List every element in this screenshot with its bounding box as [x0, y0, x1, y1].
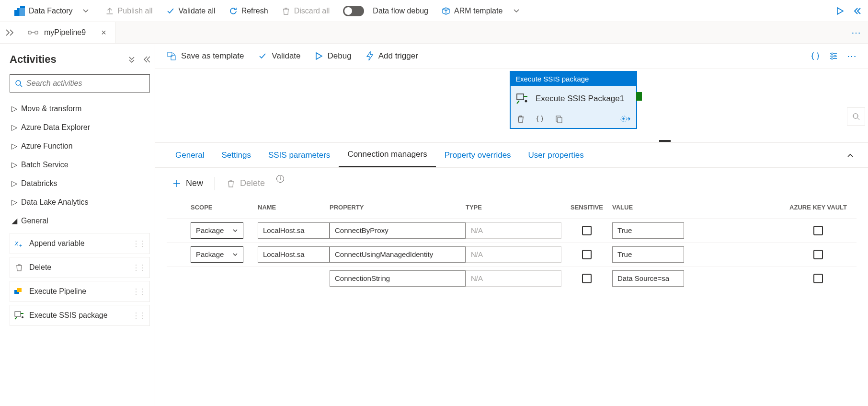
add-output-icon[interactable] [620, 115, 630, 123]
table-row: ConnectionString N/A Data Source=sa [167, 266, 857, 290]
sensitive-checkbox[interactable] [582, 250, 592, 259]
validate-all-button[interactable]: Validate all [160, 0, 222, 22]
delete-button[interactable]: Delete [221, 175, 271, 191]
value-input[interactable]: True [612, 246, 684, 263]
node-execute-ssis-package[interactable]: Execute SSIS package Execute SSIS Packag… [510, 71, 637, 129]
trash-icon [14, 262, 24, 273]
property-input[interactable]: ConnectByProxy [330, 222, 466, 239]
activity-execute-ssis-package[interactable]: Execute SSIS package ⋮⋮ [10, 305, 150, 326]
publish-all-button[interactable]: Publish all [99, 0, 160, 22]
activities-search[interactable] [10, 74, 150, 93]
svg-point-17 [831, 58, 833, 59]
svg-rect-4 [28, 31, 31, 34]
json-icon[interactable] [536, 115, 544, 123]
copy-icon[interactable] [555, 115, 563, 123]
pipeline-canvas[interactable]: Execute SSIS package Execute SSIS Packag… [155, 69, 868, 143]
tab-connection-managers[interactable]: Connection managers [339, 143, 435, 167]
akv-checkbox[interactable] [813, 274, 823, 283]
refresh-button[interactable]: Refresh [222, 0, 275, 22]
scope-select[interactable]: Package [191, 222, 243, 239]
property-input[interactable]: ConnectUsingManagedIdentity [330, 246, 466, 263]
akv-checkbox[interactable] [813, 226, 823, 235]
category-azure-function[interactable]: ▷Azure Function [10, 137, 150, 155]
table-row: Package LocalHost.sa ConnectByProxy N/A … [167, 218, 857, 242]
type-input[interactable]: N/A [466, 246, 561, 263]
tab-settings[interactable]: Settings [213, 143, 259, 167]
type-input[interactable]: N/A [466, 270, 561, 287]
value-input[interactable]: Data Source=sa [612, 270, 684, 287]
sensitive-checkbox[interactable] [582, 274, 592, 283]
validate-button[interactable]: Validate [258, 51, 300, 61]
type-input[interactable]: N/A [466, 222, 561, 239]
activity-append-variable[interactable]: x+ Append variable ⋮⋮ [10, 233, 150, 254]
activities-panel: Activities ▷Move & transform ▷Azure Data… [0, 44, 155, 406]
trash-icon [227, 179, 235, 188]
akv-checkbox[interactable] [813, 250, 823, 259]
svg-text:+: + [19, 243, 22, 248]
check-icon [258, 52, 267, 60]
json-icon[interactable] [811, 51, 820, 61]
new-button[interactable]: New [167, 175, 209, 191]
lightning-icon [366, 51, 374, 61]
category-databricks[interactable]: ▷Databricks [10, 174, 150, 193]
cube-icon [442, 7, 450, 15]
tab-user-properties[interactable]: User properties [520, 143, 593, 167]
canvas-search-button[interactable] [847, 107, 865, 126]
triangle-down-icon: ◢ [11, 216, 16, 225]
arm-template-button[interactable]: ARM template [435, 0, 526, 22]
tab-property-overrides[interactable]: Property overrides [436, 143, 520, 167]
more-icon[interactable]: ⋯ [847, 50, 857, 62]
trash-icon[interactable] [516, 115, 525, 123]
value-input[interactable]: True [612, 222, 684, 239]
brand[interactable]: Data Factory [14, 6, 73, 16]
run-icon[interactable] [836, 7, 844, 15]
property-input[interactable]: ConnectionString [330, 270, 466, 287]
debug-button[interactable]: Debug [315, 51, 352, 61]
collapse-panel-icon[interactable] [846, 151, 857, 160]
info-icon[interactable]: i [276, 175, 284, 183]
sensitive-checkbox[interactable] [582, 226, 592, 235]
discard-all-button[interactable]: Discard all [275, 0, 337, 22]
tab-overflow-icon[interactable]: ⋯ [844, 22, 868, 43]
collapse-right-icon[interactable] [853, 7, 861, 15]
triangle-right-icon: ▷ [11, 179, 16, 188]
trash-icon [282, 7, 290, 15]
activities-search-input[interactable] [26, 79, 145, 88]
add-trigger-button[interactable]: Add trigger [366, 51, 418, 61]
file-tab-mypipeline9[interactable]: myPipeline9 × [19, 22, 115, 43]
activities-title: Activities [10, 53, 128, 66]
activity-delete[interactable]: Delete ⋮⋮ [10, 257, 150, 278]
collapse-down-icon[interactable] [128, 56, 136, 63]
collapse-panel-icon[interactable] [142, 56, 150, 63]
content-area: Save as template Validate Debug Add trig… [155, 44, 868, 406]
triangle-right-icon: ▷ [11, 141, 16, 151]
category-batch-service[interactable]: ▷Batch Service [10, 155, 150, 174]
close-icon[interactable]: × [91, 28, 106, 38]
category-general[interactable]: ◢General [10, 211, 150, 230]
name-input[interactable]: LocalHost.sa [258, 222, 330, 239]
tab-ssis-parameters[interactable]: SSIS parameters [260, 143, 339, 167]
brand-dropdown-icon[interactable] [82, 8, 89, 14]
dataflow-debug-toggle[interactable]: Data flow debug [336, 0, 435, 22]
connection-managers-toolbar: New Delete i [155, 168, 868, 196]
triangle-right-icon: ▷ [11, 197, 16, 207]
category-data-lake-analytics[interactable]: ▷Data Lake Analytics [10, 193, 150, 211]
divider [215, 177, 215, 190]
svg-rect-11 [15, 312, 21, 316]
svg-point-23 [853, 114, 858, 118]
drag-handle-icon: ⋮⋮ [132, 311, 146, 320]
canvas-splitter-handle[interactable] [659, 140, 671, 142]
svg-point-19 [525, 100, 527, 103]
save-as-template-button[interactable]: Save as template [167, 51, 244, 61]
category-move-transform[interactable]: ▷Move & transform [10, 99, 150, 118]
tab-general[interactable]: General [167, 143, 213, 167]
name-input[interactable]: LocalHost.sa [258, 246, 330, 263]
toggle-off-icon [343, 6, 364, 16]
explorer-expand-icon[interactable] [0, 22, 19, 43]
scope-select[interactable]: Package [191, 246, 243, 263]
node-success-handle[interactable] [636, 92, 642, 101]
category-azure-data-explorer[interactable]: ▷Azure Data Explorer [10, 118, 150, 137]
settings-sliders-icon[interactable] [829, 51, 838, 61]
activity-execute-pipeline[interactable]: Execute Pipeline ⋮⋮ [10, 281, 150, 302]
variable-icon: x+ [14, 238, 24, 249]
